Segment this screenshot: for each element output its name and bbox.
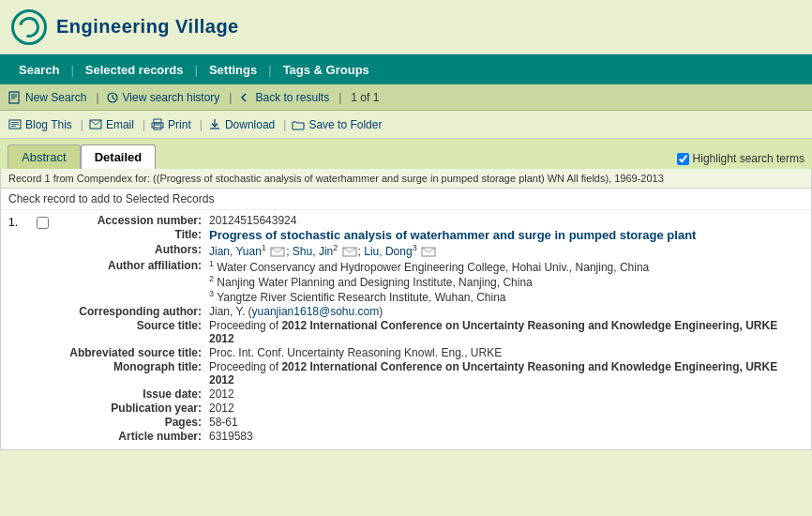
check-bar: Check record to add to Selected Records [1, 189, 811, 210]
title-link[interactable]: Progress of stochastic analysis of water… [209, 228, 696, 242]
record-fields: Accession number: 20124515643924 Title: … [59, 214, 804, 444]
folder-icon [291, 117, 306, 132]
field-value-title: Progress of stochastic analysis of water… [209, 228, 804, 242]
new-search-icon [8, 90, 23, 105]
nav-tags-groups[interactable]: Tags & Groups [272, 54, 381, 84]
toolbar: New Search | View search history | Back … [0, 84, 812, 111]
field-value-source-title: Proceeding of 2012 International Confere… [209, 319, 804, 345]
tab-abstract[interactable]: Abstract [8, 144, 81, 169]
record-table: 1. Accession number: 20124515643924 Titl… [1, 210, 811, 449]
tab-detailed[interactable]: Detailed [81, 144, 157, 169]
corresponding-email-link[interactable]: yuanjian1618@sohu.com [252, 305, 380, 318]
field-corresponding: Corresponding author: Jian, Y. (yuanjian… [59, 305, 804, 318]
navbar: Search | Selected records | Settings | T… [0, 54, 812, 84]
svg-line-6 [113, 98, 115, 99]
nav-selected-records[interactable]: Selected records [74, 54, 195, 84]
content-area: Record 1 from Compendex for: ((Progress … [0, 169, 812, 450]
email-button[interactable]: Email [88, 117, 134, 132]
author-jian[interactable]: Jian, Yuan [209, 245, 262, 258]
field-label-authors: Authors: [59, 243, 209, 258]
field-label-issue-date: Issue date: [59, 387, 209, 401]
record-checkbox[interactable] [37, 217, 49, 229]
field-authors: Authors: Jian, Yuan1 ; Shu, Jin2 ; Liu, … [59, 243, 804, 258]
field-value-article-number: 6319583 [209, 430, 804, 443]
field-label-source-title: Source title: [59, 319, 209, 345]
field-label-accession: Accession number: [59, 214, 209, 227]
field-label-pages: Pages: [59, 416, 209, 429]
print-button[interactable]: Print [150, 117, 191, 132]
field-label-corresponding: Corresponding author: [59, 305, 209, 318]
back-icon [237, 90, 252, 105]
field-label-title: Title: [59, 228, 209, 242]
history-icon [105, 90, 120, 105]
page-indicator: 1 of 1 [351, 91, 379, 104]
field-pub-year: Publication year: 2012 [59, 402, 804, 415]
field-label-article-number: Article number: [59, 430, 209, 443]
highlight-search-terms[interactable]: Highlight search terms [677, 152, 804, 169]
field-value-issue-date: 2012 [209, 387, 804, 401]
view-history-button[interactable]: View search history [105, 90, 220, 105]
field-pages: Pages: 58-61 [59, 416, 804, 429]
svg-rect-12 [154, 119, 161, 123]
field-source-title: Source title: Proceeding of 2012 Interna… [59, 319, 804, 345]
logo-icon [11, 9, 47, 45]
field-value-accession: 20124515643924 [209, 214, 804, 227]
save-to-folder-button[interactable]: Save to Folder [291, 117, 382, 132]
author-liu[interactable]: Liu, Dong [364, 245, 412, 258]
field-value-affiliation: 1 Water Conservancy and Hydropower Engin… [209, 259, 804, 304]
nav-settings[interactable]: Settings [198, 54, 268, 84]
header: Engineering Village [0, 0, 812, 54]
field-value-abbrev-source: Proc. Int. Conf. Uncertainty Reasoning K… [209, 346, 804, 359]
field-value-corresponding: Jian, Y. (yuanjian1618@sohu.com) [209, 305, 804, 318]
author2-email-icon [342, 247, 357, 257]
blog-this-button[interactable]: Blog This [8, 117, 72, 132]
blog-icon [8, 117, 23, 132]
download-button[interactable]: Download [207, 117, 275, 132]
field-label-abbrev-source: Abbreviated source title: [59, 346, 209, 359]
author1-email-icon [270, 247, 285, 257]
field-abbrev-source: Abbreviated source title: Proc. Int. Con… [59, 346, 804, 359]
field-affiliation: Author affiliation: 1 Water Conservancy … [59, 259, 804, 304]
back-to-results-button[interactable]: Back to results [237, 90, 329, 105]
actionbar: Blog This | Email | Print | Download | S… [0, 111, 812, 139]
field-value-monograph: Proceeding of 2012 International Confere… [209, 360, 804, 387]
logo-text: Engineering Village [56, 16, 239, 38]
email-icon [88, 117, 103, 132]
field-label-monograph: Monograph title: [59, 360, 209, 387]
svg-rect-0 [9, 92, 19, 103]
record-info-bar: Record 1 from Compendex for: ((Progress … [1, 169, 811, 189]
print-icon [150, 117, 165, 132]
field-value-pub-year: 2012 [209, 402, 804, 415]
record-number: 1. [8, 214, 37, 444]
field-label-affiliation: Author affiliation: [59, 259, 209, 304]
field-value-authors: Jian, Yuan1 ; Shu, Jin2 ; Liu, Dong3 [209, 243, 804, 258]
field-monograph: Monograph title: Proceeding of 2012 Inte… [59, 360, 804, 387]
new-search-button[interactable]: New Search [8, 90, 86, 105]
field-accession: Accession number: 20124515643924 [59, 214, 804, 227]
download-icon [207, 117, 222, 132]
highlight-checkbox[interactable] [677, 153, 689, 165]
record-row: 1. Accession number: 20124515643924 Titl… [8, 214, 804, 444]
field-issue-date: Issue date: 2012 [59, 387, 804, 401]
field-label-pub-year: Publication year: [59, 402, 209, 415]
nav-search[interactable]: Search [8, 54, 70, 84]
tabs-area: Abstract Detailed Highlight search terms [0, 139, 812, 169]
field-article-number: Article number: 6319583 [59, 430, 804, 443]
field-title: Title: Progress of stochastic analysis o… [59, 228, 804, 242]
field-value-pages: 58-61 [209, 416, 804, 429]
author3-email-icon [421, 247, 436, 257]
svg-rect-14 [154, 125, 161, 129]
author-shu[interactable]: Shu, Jin [293, 245, 333, 258]
